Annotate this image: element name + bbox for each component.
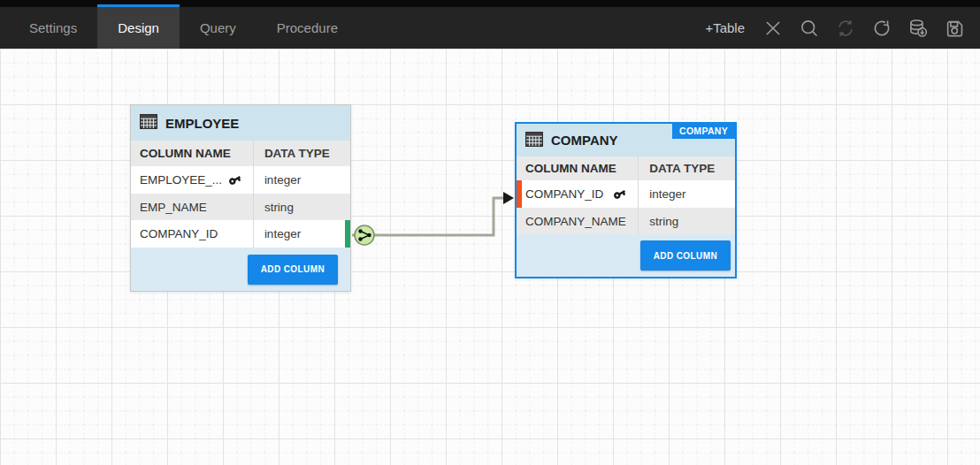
company-column-header-row: COLUMN NAME DATA TYPE (517, 156, 735, 180)
relation-node-handle[interactable] (355, 225, 374, 245)
close-icon[interactable] (760, 15, 786, 42)
table-title: EMPLOYEE (165, 116, 239, 131)
add-column-button[interactable]: ADD COLUMN (248, 255, 338, 285)
search-icon[interactable] (796, 15, 823, 42)
column-type: integer (639, 180, 735, 208)
company-row-company-id[interactable]: COMPANY_ID integer (517, 180, 735, 208)
database-export-icon[interactable] (905, 15, 931, 42)
column-name: COMPANY_NAME (525, 215, 626, 228)
tab-procedure-label: Procedure (277, 20, 338, 35)
employee-row-company-id[interactable]: COMPANY_ID integer (131, 220, 350, 248)
column-type: string (254, 194, 350, 220)
add-column-button[interactable]: ADD COLUMN (640, 240, 731, 271)
table-grid-icon (140, 114, 157, 132)
tab-query-label: Query (200, 20, 236, 35)
employee-table-header[interactable]: EMPLOYEE (131, 105, 350, 141)
tab-query[interactable]: Query (180, 7, 256, 49)
employee-table-footer: ADD COLUMN (131, 248, 350, 291)
employee-row-employee-id[interactable]: EMPLOYEE_... integer (131, 166, 350, 194)
toolbar: +Table (705, 7, 980, 49)
entity-table-company[interactable]: COMPANY COMPANY COLUMN NAME DATA TYPE CO… (515, 122, 737, 278)
primary-key-icon (611, 185, 629, 202)
primary-key-icon (226, 171, 243, 188)
entity-table-employee[interactable]: EMPLOYEE COLUMN NAME DATA TYPE EMPLOYEE_… (130, 104, 351, 292)
employee-column-header-row: COLUMN NAME DATA TYPE (131, 141, 350, 166)
tab-design-label: Design (118, 20, 159, 35)
save-icon[interactable] (941, 15, 968, 42)
column-type: integer (254, 220, 350, 248)
tab-settings-label: Settings (29, 20, 77, 35)
table-title: COMPANY (551, 133, 618, 148)
table-grid-icon (525, 132, 543, 149)
column-name: EMP_NAME (140, 201, 207, 214)
employee-row-emp-name[interactable]: EMP_NAME string (131, 194, 350, 220)
company-row-company-name[interactable]: COMPANY_NAME string (517, 208, 735, 234)
tab-bar: Settings Design Query Procedure (0, 7, 358, 49)
column-name-header: COLUMN NAME (131, 141, 254, 166)
design-canvas[interactable]: EMPLOYEE COLUMN NAME DATA TYPE EMPLOYEE_… (0, 49, 980, 465)
column-name: COMPANY_ID (140, 227, 218, 240)
tab-design[interactable]: Design (97, 7, 180, 49)
column-name: EMPLOYEE_... (140, 173, 222, 187)
selected-table-badge: COMPANY (672, 124, 735, 139)
add-table-button[interactable]: +Table (705, 20, 745, 35)
data-type-header: DATA TYPE (254, 141, 350, 166)
topbar: Settings Design Query Procedure +Table (0, 0, 980, 49)
tab-settings[interactable]: Settings (9, 7, 97, 49)
column-name-header: COLUMN NAME (517, 156, 639, 180)
data-type-header: DATA TYPE (639, 156, 735, 180)
tab-procedure[interactable]: Procedure (256, 7, 358, 49)
column-type: string (639, 208, 735, 234)
company-table-footer: ADD COLUMN (517, 234, 735, 277)
refresh-icon[interactable] (869, 15, 895, 42)
column-name: COMPANY_ID (525, 187, 603, 201)
sync-icon[interactable] (832, 15, 859, 42)
column-type: integer (254, 166, 350, 194)
